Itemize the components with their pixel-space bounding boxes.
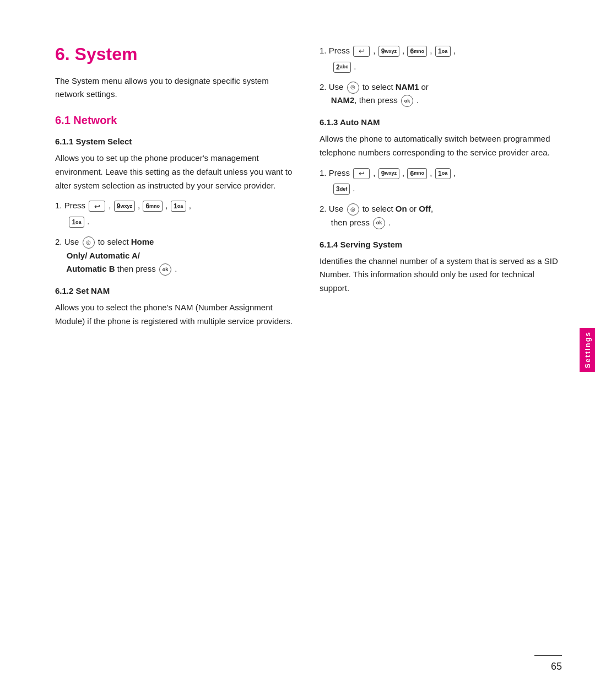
step-item-autonam-2: 2. Use ◎ to select On or Off, then press… [320, 202, 562, 230]
step-content: 1. Press ↩ , 9wxyz , 6mno , 1oa , 1oa . [55, 199, 298, 229]
subsection-6-1-1-title: 6.1.1 System Select [55, 137, 298, 146]
nav-icon-3: ◎ [347, 203, 359, 216]
nav-icon: ◎ [83, 236, 95, 249]
step-item-nam-2: 2. Use ◎ to select NAM1 or NAM2, then pr… [320, 80, 562, 108]
off-text: Off [419, 204, 431, 213]
key-3def: 3def [333, 184, 350, 195]
step-content-autonam-1: 1. Press ↩ , 9wxyz , 6mno , 1oa , 3def . [320, 166, 562, 196]
subsection-6-1-1-steps: 1. Press ↩ , 9wxyz , 6mno , 1oa , 1oa . [55, 199, 298, 276]
left-column: 6. System The System menu allows you to … [55, 44, 298, 667]
key-6mno-2: 6mno [407, 46, 427, 57]
key-1oa-2: 1oa [69, 217, 84, 228]
ok-icon-3: ok [373, 217, 385, 229]
key-9wxyz: 9wxyz [114, 201, 135, 212]
indent-key: 1oa . [68, 215, 298, 229]
key-9wxyz-3: 9wxyz [378, 168, 399, 179]
step-content-nam-2: 2. Use ◎ to select NAM1 or NAM2, then pr… [320, 80, 562, 108]
ok-icon-2: ok [401, 95, 413, 107]
back-key: ↩ [89, 201, 105, 212]
step-content-autonam-2: 2. Use ◎ to select On or Off, then press… [320, 202, 562, 230]
divider-line [534, 655, 562, 656]
sidebar-label: Settings [583, 331, 592, 368]
step-content-nam-1: 1. Press ↩ , 9wxyz , 6mno , 1oa , 2abc . [320, 44, 562, 74]
subsection-6-1-4-title: 6.1.4 Serving System [320, 240, 562, 249]
sidebar-tab: Settings [580, 328, 595, 372]
page-number: 65 [551, 661, 562, 672]
step-item-2: 2. Use ◎ to select Home Only/ Automatic … [55, 235, 298, 276]
key-6mno-3: 6mno [407, 168, 427, 179]
indent-key-3: 3def . [333, 182, 562, 196]
key-1oa-1: 1oa [171, 201, 186, 212]
step-item-nam-1: 1. Press ↩ , 9wxyz , 6mno , 1oa , 2abc . [320, 44, 562, 74]
right-column: 1. Press ↩ , 9wxyz , 6mno , 1oa , 2abc . [320, 44, 562, 667]
back-key-3: ↩ [353, 168, 370, 179]
step-item-autonam-1: 1. Press ↩ , 9wxyz , 6mno , 1oa , 3def . [320, 166, 562, 196]
chapter-title: 6. System [55, 44, 298, 64]
chapter-intro: The System menu allows you to designate … [55, 74, 298, 101]
key-1oa-4: 1oa [435, 168, 451, 179]
section-6-1-title: 6.1 Network [55, 114, 298, 127]
set-nam-steps: 1. Press ↩ , 9wxyz , 6mno , 1oa , 2abc . [320, 44, 562, 107]
auto-nam-steps: 1. Press ↩ , 9wxyz , 6mno , 1oa , 3def . [320, 166, 562, 230]
back-key-2: ↩ [353, 46, 370, 57]
subsection-6-1-2-title: 6.1.2 Set NAM [55, 286, 298, 295]
subsection-6-1-3-title: 6.1.3 Auto NAM [320, 117, 562, 127]
subsection-6-1-4-body: Identifies the channel number of a syste… [320, 255, 562, 295]
on-text: On [396, 204, 407, 213]
step-content-2: 2. Use ◎ to select Home Only/ Automatic … [55, 235, 298, 276]
ok-icon: ok [159, 263, 171, 276]
subsection-6-1-2-body: Allows you to select the phone's NAM (Nu… [55, 301, 298, 329]
page-container: 6. System The System menu allows you to … [0, 0, 595, 700]
home-only-text: Home Only/ Automatic A/ Automatic B [55, 237, 154, 274]
key-6mno: 6mno [143, 201, 163, 212]
nam1-text: NAM1 [396, 82, 419, 91]
subsection-6-1-3-body: Allows the phone to automatically switch… [320, 132, 562, 160]
key-9wxyz-2: 9wxyz [378, 46, 399, 57]
key-2abc: 2abc [333, 62, 351, 73]
key-1oa-3: 1oa [435, 46, 451, 57]
subsection-6-1-1-body: Allows you to set up the phone producer'… [55, 152, 298, 192]
content-area: 6. System The System menu allows you to … [0, 0, 595, 700]
step-item: 1. Press ↩ , 9wxyz , 6mno , 1oa , 1oa . [55, 199, 298, 229]
indent-key-2: 2abc . [333, 60, 562, 74]
nam2-text: NAM2 [331, 95, 355, 105]
nav-icon-2: ◎ [347, 82, 359, 94]
